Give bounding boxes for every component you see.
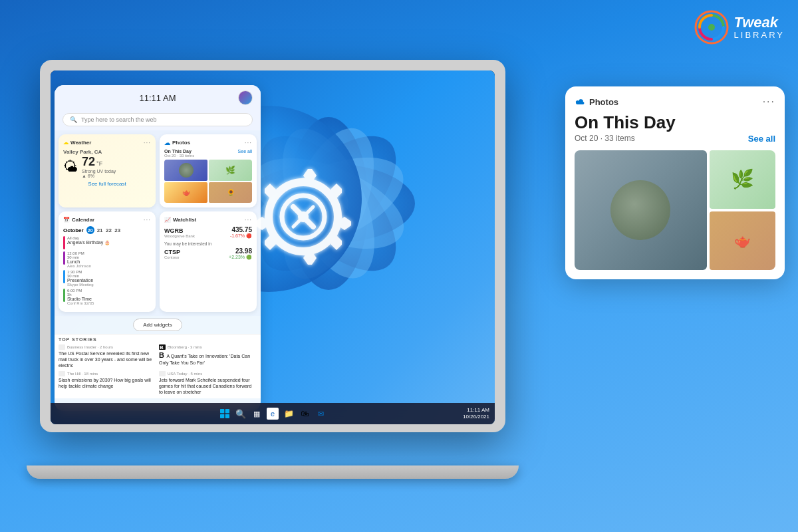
weather-location: Valley Park, CA (63, 149, 151, 155)
photos-subtitle: On This Day (164, 149, 192, 154)
watchlist-suggestion: You may be interested in (164, 241, 252, 246)
news-source-1: Business Insider · 2 hours (59, 344, 156, 350)
photos-popup-card: Photos ··· On This Day Oct 20 · 33 items… (565, 86, 785, 279)
news-headline-3: Slash emissions by 2030? How big goals w… (59, 377, 156, 389)
taskbar-store[interactable]: 🛍 (299, 408, 311, 420)
see-forecast-link[interactable]: See full forecast (63, 181, 151, 187)
calendar-event-allday: All day Angela's Birthday 🎂 (63, 236, 151, 249)
time-bar: 11:11 AM (55, 85, 261, 110)
calendar-today-badge: 20 (86, 226, 94, 234)
news-section: TOP STORIES Business Insider · 2 hours T… (55, 334, 261, 398)
logo-icon (694, 10, 729, 45)
popup-subtitle: On This Day (575, 113, 775, 132)
stock-row-ctsp: CTSP Contoso 23.98 +2.23% 🟢 (164, 247, 252, 260)
taskbar-icons: 🔍 ▦ e 📁 🛍 ✉ (219, 408, 327, 420)
gear-settings-icon (250, 164, 356, 270)
time-display: 11:11 AM (77, 93, 238, 103)
taskbar-widgets[interactable]: ▦ (251, 408, 263, 420)
news-grid: Business Insider · 2 hours The US Postal… (59, 344, 257, 396)
svg-rect-17 (220, 409, 224, 413)
laptop-screen: 11:11 AM 🔍 Type here to search the web (51, 70, 495, 424)
weather-unit: °F (96, 160, 102, 167)
popup-header: Photos ··· (575, 96, 775, 108)
svg-point-2 (708, 24, 715, 31)
news-item-2[interactable]: B Bloomberg · 3 mins B A Quant's Take on… (159, 344, 257, 368)
popup-date-range: Oct 20 · 33 items (575, 134, 635, 143)
logo-text: Tweak Library (734, 15, 785, 40)
laptop: 11:11 AM 🔍 Type here to search the web (40, 60, 519, 485)
laptop-body: 11:11 AM 🔍 Type here to search the web (40, 60, 505, 432)
photos-date-range: Oct 20 · 33 items (164, 154, 252, 158)
popup-photo-plant: 🌿 (710, 150, 775, 209)
logo-area: Tweak Library (694, 10, 785, 45)
taskbar-edge[interactable]: e (267, 408, 279, 420)
photo-thumb-4: 🌻 (209, 182, 252, 203)
search-input[interactable]: 🔍 Type here to search the web (63, 113, 253, 126)
taskbar-clock: 11:11 AM 10/26/2021 (463, 407, 489, 420)
photos-menu-btn[interactable]: ··· (245, 139, 252, 146)
user-avatar[interactable] (238, 90, 253, 105)
news-source-4: USA Today · 5 mins (159, 371, 257, 376)
photos-cloud-popup-icon (575, 96, 585, 107)
photo-thumb-1 (164, 160, 207, 181)
taskbar-explorer[interactable]: 📁 (283, 408, 295, 420)
taskbar: 🔍 ▦ e 📁 🛍 ✉ 11:11 AM 10/26/2021 (51, 403, 495, 424)
svg-rect-20 (225, 414, 229, 418)
popup-title: Photos (575, 96, 618, 107)
widgets-panel: 11:11 AM 🔍 Type here to search the web (55, 85, 261, 411)
popup-photo-teapot: 🫖 (710, 211, 775, 270)
add-widgets-button[interactable]: Add widgets (133, 319, 182, 331)
search-bar-area: 🔍 Type here to search the web (55, 110, 261, 130)
weather-widget: ☁ Weather ··· Valley Park, CA 🌤 (59, 134, 156, 207)
popup-date-row: Oct 20 · 33 items See all (575, 134, 775, 144)
photos-thumbnail-grid: 🌿 🫖 🌻 (164, 160, 252, 203)
widgets-grid: ☁ Weather ··· Valley Park, CA 🌤 (55, 130, 261, 316)
stock-row-wgrb: WGRB Woodgrove Bank 435.75 -1.67% 🔴 (164, 226, 252, 239)
calendar-widget-title: 📅 Calendar (63, 217, 94, 223)
photos-see-all[interactable]: See all (238, 149, 252, 154)
svg-point-16 (298, 211, 309, 222)
weather-uv: ▲ 6% (82, 174, 116, 178)
news-item-3[interactable]: The Hill · 18 mins Slash emissions by 20… (59, 371, 156, 395)
calendar-event-lunch: 12:00 PM30 min Lunch Alex Johnson (63, 251, 151, 268)
popup-menu-btn[interactable]: ··· (763, 96, 775, 108)
news-item-4[interactable]: USA Today · 5 mins Jets forward Mark Sch… (159, 371, 257, 395)
news-source-2: B Bloomberg · 3 mins (159, 344, 257, 350)
taskbar-mail[interactable]: ✉ (315, 408, 327, 420)
calendar-menu-btn[interactable]: ··· (144, 216, 151, 223)
news-item-1[interactable]: Business Insider · 2 hours The US Postal… (59, 344, 156, 368)
search-icon: 🔍 (70, 116, 77, 123)
photos-cloud-icon: ☁ (164, 140, 170, 146)
news-source-3: The Hill · 18 mins (59, 371, 156, 376)
weather-menu-btn[interactable]: ··· (144, 139, 151, 146)
weather-temp: 72 (82, 155, 95, 169)
screen-bezel: 11:11 AM 🔍 Type here to search the web (51, 70, 495, 424)
calendar-widget: 📅 Calendar ··· October 20 21 22 23 (59, 211, 156, 312)
popup-see-all-btn[interactable]: See all (748, 134, 775, 144)
popup-photo-main (575, 150, 707, 270)
laptop-base (27, 466, 519, 479)
search-placeholder: Type here to search the web (81, 116, 157, 123)
svg-rect-18 (225, 409, 229, 413)
photo-thumb-3: 🫖 (164, 182, 207, 203)
calendar-event-studio: 6:00 PM3h Studio Time Conf Rm 32/35 (63, 289, 151, 305)
weather-widget-title: ☁ Weather (63, 140, 91, 146)
photo-thumb-2: 🌿 (209, 160, 252, 181)
taskbar-search[interactable]: 🔍 (235, 408, 247, 420)
teapot-icon: 🫖 (734, 233, 751, 249)
photos-widget-title: ☁ Photos (164, 140, 190, 146)
plant-icon: 🌿 (731, 168, 754, 190)
calendar-event-presentation: 1:30 PM30 min Presentation Skype Meeting (63, 270, 151, 287)
news-headline-2: B A Quant's Take on Innovation: 'Data Ca… (159, 350, 257, 366)
news-headline-1: The US Postal Service revealed its first… (59, 350, 156, 368)
weather-condition: Strong UV today (82, 169, 116, 174)
top-stories-label: TOP STORIES (59, 337, 257, 342)
svg-rect-19 (220, 414, 224, 418)
weather-sun-icon: 🌤 (63, 158, 78, 176)
photos-widget: ☁ Photos ··· On This Day See all Oct 20 … (160, 134, 257, 207)
popup-circle-object (610, 180, 670, 240)
popup-photos-grid: 🌿 🫖 (575, 150, 775, 270)
taskbar-start[interactable] (219, 408, 231, 420)
watchlist-widget-title: 📈 Watchlist (164, 217, 196, 223)
news-headline-4: Jets forward Mark Scheifele suspended fo… (159, 377, 257, 395)
